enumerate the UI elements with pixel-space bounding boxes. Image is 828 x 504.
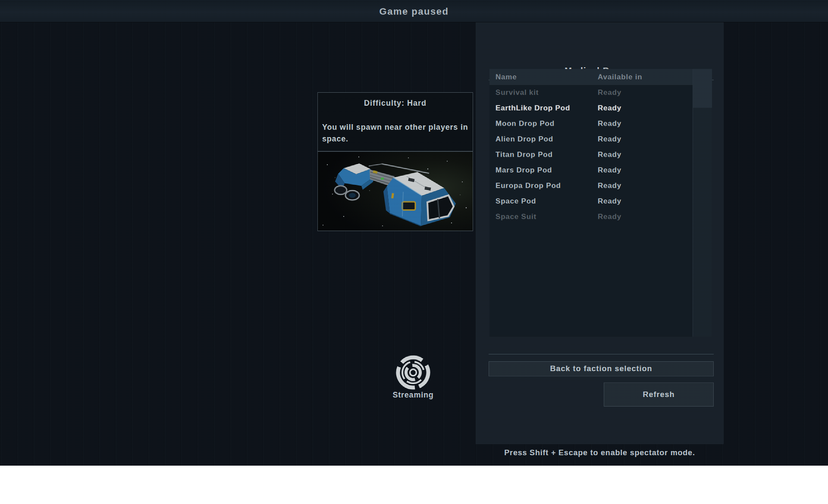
letterbox-white-strip <box>0 466 828 504</box>
difficulty-panel: Difficulty: Hard You will spawn near oth… <box>317 92 473 151</box>
difficulty-description: You will spawn near other players in spa… <box>322 122 468 145</box>
row-available-in: Ready <box>598 197 693 206</box>
refresh-button-label: Refresh <box>643 390 674 399</box>
table-row[interactable]: EarthLike Drop Pod Ready <box>489 100 693 116</box>
game-paused-title: Game paused <box>0 0 828 22</box>
difficulty-title: Difficulty: Hard <box>318 99 473 108</box>
respawn-table-body: Survival kit Ready EarthLike Drop Pod Re… <box>489 85 693 225</box>
table-row[interactable]: Mars Drop Pod Ready <box>489 163 693 178</box>
spectator-hint: Press Shift + Escape to enable spectator… <box>476 448 724 457</box>
column-header-name: Name <box>496 73 598 81</box>
top-bar: Game paused <box>0 0 828 22</box>
table-row[interactable]: Survival kit Ready <box>489 85 693 100</box>
row-name: Titan Drop Pod <box>496 150 598 159</box>
row-name: Moon Drop Pod <box>496 119 598 128</box>
row-available-in: Ready <box>598 166 693 175</box>
row-name: Europa Drop Pod <box>496 182 598 190</box>
row-name: Space Pod <box>496 197 598 206</box>
row-name: EarthLike Drop Pod <box>496 104 598 113</box>
row-available-in: Ready <box>598 150 693 159</box>
row-name: Alien Drop Pod <box>496 135 598 144</box>
streaming-label: Streaming <box>370 391 456 400</box>
table-header-row: Name Available in <box>489 69 693 85</box>
back-button-label: Back to faction selection <box>550 364 652 373</box>
scrollbar-track[interactable] <box>693 69 712 337</box>
row-available-in: Ready <box>598 88 693 97</box>
table-row[interactable]: Europa Drop Pod Ready <box>489 178 693 194</box>
row-name: Mars Drop Pod <box>496 166 598 175</box>
row-available-in: Ready <box>598 135 693 144</box>
row-name: Survival kit <box>496 88 598 97</box>
table-row[interactable]: Moon Drop Pod Ready <box>489 116 693 131</box>
ship-illustration-svg <box>318 152 473 231</box>
refresh-button[interactable]: Refresh <box>604 382 714 407</box>
back-to-faction-selection-button[interactable]: Back to faction selection <box>489 361 714 376</box>
table-row[interactable]: Titan Drop Pod Ready <box>489 147 693 163</box>
row-available-in: Ready <box>598 119 693 128</box>
row-available-in: Ready <box>598 213 693 221</box>
row-name: Space Suit <box>496 213 598 221</box>
buttons-separator <box>489 354 714 354</box>
row-available-in: Ready <box>598 104 693 113</box>
spawn-ship-image <box>317 151 473 231</box>
respawn-table: Name Available in Survival kit Ready Ear… <box>489 69 693 337</box>
game-screen-background: Game paused Difficulty: Hard You will sp… <box>0 0 828 466</box>
scrollbar-thumb[interactable] <box>693 69 712 108</box>
medical-rooms-panel: Medical Rooms Name Available in Survival… <box>476 22 724 444</box>
table-row[interactable]: Space Pod Ready <box>489 194 693 209</box>
table-row[interactable]: Alien Drop Pod Ready <box>489 131 693 147</box>
row-available-in: Ready <box>598 182 693 190</box>
space-engineers-respawn-screen: Game paused Difficulty: Hard You will sp… <box>0 0 828 504</box>
table-row[interactable]: Space Suit Ready <box>489 209 693 225</box>
streaming-spinner-icon <box>395 354 432 391</box>
column-header-available-in: Available in <box>598 73 693 81</box>
